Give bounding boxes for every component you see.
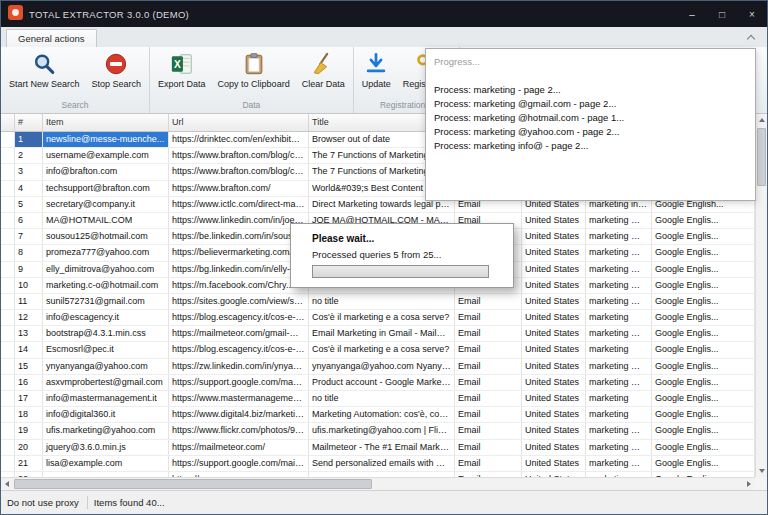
vertical-scroll-thumb[interactable]	[757, 128, 766, 186]
horizontal-scrollbar[interactable]	[1, 477, 755, 490]
cell-url: https://www.linkedin.com/in/joe-ma-b...	[169, 213, 309, 228]
cell-url: https://zw.linkedin.com/in/ynyanyang...	[169, 359, 309, 374]
cell-url: https://bg.linkedin.com/in/elly-dimitr..…	[169, 262, 309, 277]
arrow-up-icon	[759, 118, 765, 122]
status-proxy-label: Do not use proxy	[1, 497, 87, 508]
cell-title: Product account - Google Marketing P...	[309, 375, 455, 390]
stop-search-button[interactable]: Stop Search	[86, 47, 148, 99]
scroll-right-button[interactable]	[743, 478, 755, 490]
table-row[interactable]: 19ufis.marketing@yahoo.comhttps://www.fl…	[1, 423, 755, 439]
cell-country: United States	[522, 310, 586, 325]
chevron-up-icon	[747, 35, 755, 43]
cell-num: 14	[15, 342, 43, 357]
app-window: TOTAL EXTRACTOR 3.0.0 (DEMO) – □ × Gener…	[0, 0, 768, 515]
table-row[interactable]: 14Escmosrl@pec.ithttps://blog.escagency.…	[1, 342, 755, 358]
cell-gutter	[1, 213, 15, 228]
tab-general-actions[interactable]: General actions	[6, 29, 97, 47]
scroll-down-button[interactable]	[756, 465, 768, 477]
progress-line: Process: marketing @yahoo.com - page 2..…	[434, 125, 747, 139]
minimize-button[interactable]: –	[677, 1, 707, 27]
cell-country: United States	[522, 423, 586, 438]
table-row[interactable]: 16asxvmprobertest@gmail.comhttps://suppo…	[1, 375, 755, 391]
cell-engine: Google Englis...	[652, 407, 755, 422]
cell-title: no title	[309, 294, 455, 309]
cell-gutter	[1, 375, 15, 390]
maximize-button[interactable]: □	[707, 1, 737, 27]
cell-keyword: marketing @gmai...	[586, 456, 652, 471]
cell-num: 11	[15, 294, 43, 309]
table-row[interactable]: 15ynyanyanga@yahoo.comhttps://zw.linkedi…	[1, 359, 755, 375]
cell-gutter	[1, 342, 15, 357]
ribbon-collapse-button[interactable]	[744, 31, 758, 44]
export-data-button[interactable]: XExport Data	[152, 47, 212, 99]
table-row[interactable]: 13bootstrap@4.3.1.min.csshttps://mailmet…	[1, 326, 755, 342]
cell-type: Email	[455, 375, 522, 390]
cell-keyword: marketing @hotm...	[586, 229, 652, 244]
col-header[interactable]: Url	[169, 114, 309, 131]
cell-gutter	[1, 310, 15, 325]
cell-gutter	[1, 181, 15, 196]
cell-keyword: marketing @gmai...	[586, 375, 652, 390]
close-button[interactable]: ×	[737, 1, 767, 27]
table-row[interactable]: 18info@digital360.ithttps://www.digital4…	[1, 407, 755, 423]
cell-num: 8	[15, 245, 43, 260]
cell-item: secretary@company.it	[43, 197, 169, 212]
scroll-left-button[interactable]	[1, 478, 13, 490]
cell-num: 16	[15, 375, 43, 390]
arrow-right-icon	[747, 481, 751, 487]
update-icon	[364, 52, 388, 76]
status-items-found: Items found 40...	[88, 497, 173, 508]
vertical-scrollbar[interactable]	[755, 114, 767, 477]
horizontal-scroll-thumb[interactable]	[14, 479, 372, 489]
toolbar-button-label: Start New Search	[9, 79, 80, 89]
cell-gutter	[1, 294, 15, 309]
cell-url: https://www.ictlc.com/direct-marketin...	[169, 197, 309, 212]
cell-title: Email Marketing in Gmail - Mailmeteor	[309, 326, 455, 341]
table-row[interactable]: 17info@mastermanagement.ithttps://www.ma…	[1, 391, 755, 407]
copy-to-clipboard-button[interactable]: Copy to Clipboard	[212, 47, 296, 99]
cell-keyword: marketing	[586, 310, 652, 325]
cell-title: ufis.marketing@yahoo.com | Flickr - ani.…	[309, 423, 455, 438]
cell-item: info@brafton.com	[43, 164, 169, 179]
cell-gutter	[1, 164, 15, 179]
cell-engine: Google Englis...	[652, 359, 755, 374]
toolbar-button-label: Export Data	[158, 79, 206, 89]
cell-country: United States	[522, 375, 586, 390]
cell-gutter	[1, 326, 15, 341]
toolbar-button-label: Clear Data	[302, 79, 345, 89]
cell-item: techsupport@brafton.com	[43, 181, 169, 196]
cell-num: 18	[15, 407, 43, 422]
arrow-left-icon	[5, 481, 9, 487]
please-wait-dialog: Please wait... Processed queries 5 from …	[290, 223, 514, 288]
clear-data-button[interactable]: Clear Data	[296, 47, 351, 99]
cell-type: Email	[455, 391, 522, 406]
dialog-title: Please wait...	[312, 233, 513, 244]
cell-title: Cos'è il marketing e a cosa serve?	[309, 310, 455, 325]
cell-item: lisa@example.com	[43, 456, 169, 471]
cell-url: https://www.brafton.com/blog/conten...	[169, 148, 309, 163]
search-icon	[32, 52, 56, 76]
cell-url: https://support.google.com/mail/answ...	[169, 456, 309, 471]
cell-item: info@digital360.it	[43, 407, 169, 422]
scroll-up-button[interactable]	[756, 114, 768, 126]
col-header[interactable]: #	[15, 114, 43, 131]
progress-line: Process: marketing - page 2...	[434, 83, 747, 97]
table-row[interactable]: 11sunil572731@gmail.comhttps://sites.goo…	[1, 294, 755, 310]
cell-num: 4	[15, 181, 43, 196]
progress-line: Process: marketing @gmail.com - page 2..…	[434, 97, 747, 111]
table-row[interactable]: 20jquery@3.6.0.min.jshttps://mailmeteor.…	[1, 440, 755, 456]
cell-item: sunil572731@gmail.com	[43, 294, 169, 309]
stop-icon	[104, 52, 128, 76]
cell-country: United States	[522, 262, 586, 277]
start-new-search-button[interactable]: Start New Search	[3, 47, 86, 99]
table-row[interactable]: 12info@escagency.ithttps://blog.escagenc…	[1, 310, 755, 326]
col-header[interactable]	[1, 114, 15, 131]
col-header[interactable]: Item	[43, 114, 169, 131]
cell-country: United States	[522, 359, 586, 374]
update-button[interactable]: Update	[356, 47, 397, 99]
clipboard-icon	[242, 52, 266, 76]
table-row[interactable]: 21lisa@example.comhttps://support.google…	[1, 456, 755, 472]
broom-icon	[311, 52, 335, 76]
cell-item: MA@HOTMAIL.COM	[43, 213, 169, 228]
cell-engine: Google Englis...	[652, 391, 755, 406]
